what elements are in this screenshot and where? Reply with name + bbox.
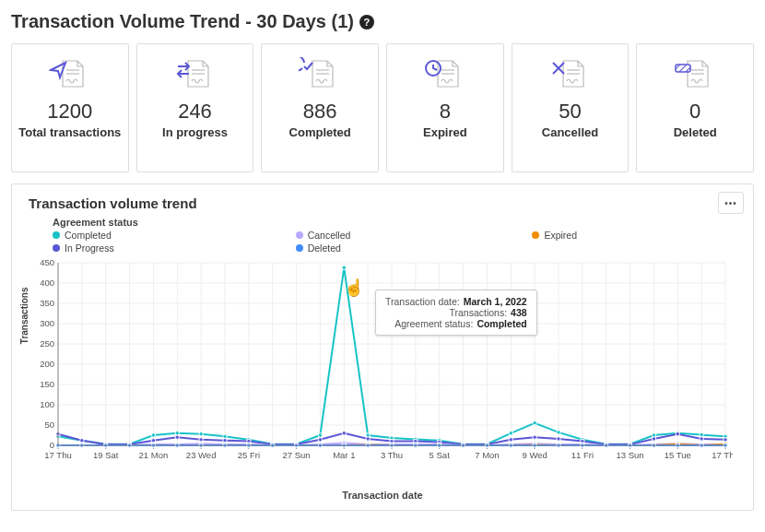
svg-point-135 bbox=[557, 437, 560, 441]
svg-point-91 bbox=[199, 432, 203, 435]
svg-text:27 Sun: 27 Sun bbox=[283, 450, 311, 460]
legend-item-in-progress[interactable]: In Progress bbox=[53, 242, 279, 254]
check-circle-icon bbox=[299, 57, 341, 92]
stat-label: Expired bbox=[423, 125, 467, 140]
stat-label: Total transactions bbox=[18, 125, 121, 140]
svg-point-121 bbox=[223, 439, 227, 443]
help-icon[interactable]: ? bbox=[359, 15, 374, 30]
svg-text:100: 100 bbox=[40, 399, 54, 409]
legend-item-deleted[interactable]: Deleted bbox=[296, 242, 516, 254]
svg-text:23 Wed: 23 Wed bbox=[186, 450, 217, 460]
card-deleted[interactable]: 0 Deleted bbox=[636, 43, 754, 172]
stat-number: 1200 bbox=[47, 100, 92, 124]
page-title: Transaction Volume Trend - 30 Days (1) bbox=[11, 11, 354, 32]
svg-point-142 bbox=[724, 438, 727, 442]
legend-item-completed[interactable]: Completed bbox=[53, 230, 279, 241]
svg-text:300: 300 bbox=[40, 318, 54, 328]
svg-text:9 Wed: 9 Wed bbox=[522, 450, 547, 460]
svg-point-92 bbox=[223, 434, 227, 438]
svg-point-115 bbox=[80, 439, 84, 443]
send-icon bbox=[49, 57, 91, 92]
svg-point-97 bbox=[342, 266, 346, 269]
svg-text:200: 200 bbox=[40, 359, 54, 369]
x-icon bbox=[549, 57, 592, 92]
svg-point-127 bbox=[366, 437, 370, 441]
arrows-icon bbox=[174, 57, 217, 92]
panel-title: Transaction volume trend bbox=[29, 195, 742, 211]
svg-point-118 bbox=[151, 439, 155, 443]
svg-point-119 bbox=[175, 435, 179, 439]
y-axis-title: Transactions bbox=[19, 287, 29, 344]
stat-label: In progress bbox=[162, 125, 228, 140]
x-axis-title: Transaction date bbox=[23, 490, 742, 501]
svg-point-106 bbox=[557, 431, 560, 434]
svg-point-90 bbox=[175, 432, 179, 435]
svg-text:50: 50 bbox=[44, 420, 54, 430]
svg-point-104 bbox=[509, 432, 512, 435]
svg-text:25 Fri: 25 Fri bbox=[238, 450, 260, 460]
svg-point-96 bbox=[318, 433, 322, 437]
card-in-progress[interactable]: 246 In progress bbox=[136, 43, 254, 172]
clock-icon bbox=[424, 57, 466, 92]
svg-text:11 Fri: 11 Fri bbox=[571, 450, 594, 460]
svg-point-120 bbox=[199, 438, 203, 442]
stat-label: Completed bbox=[289, 125, 351, 140]
legend-items: Completed Cancelled Expired In Progress … bbox=[53, 230, 742, 254]
svg-text:17 Thu: 17 Thu bbox=[44, 450, 71, 460]
legend-item-expired[interactable]: Expired bbox=[532, 230, 742, 241]
stat-number: 246 bbox=[178, 100, 212, 124]
stat-number: 886 bbox=[303, 100, 337, 124]
trend-panel: Transaction volume trend Agreement statu… bbox=[11, 183, 754, 511]
svg-point-141 bbox=[700, 437, 703, 441]
svg-point-139 bbox=[652, 437, 655, 441]
svg-point-125 bbox=[318, 438, 322, 442]
svg-text:350: 350 bbox=[40, 298, 54, 308]
svg-text:3 Thu: 3 Thu bbox=[381, 450, 403, 460]
eraser-icon bbox=[674, 57, 716, 92]
svg-text:400: 400 bbox=[40, 278, 54, 288]
card-cancelled[interactable]: 50 Cancelled bbox=[512, 43, 630, 172]
svg-point-134 bbox=[533, 435, 536, 439]
legend-title: Agreement status bbox=[53, 217, 742, 228]
svg-text:15 Tue: 15 Tue bbox=[665, 450, 691, 460]
svg-text:5 Sat: 5 Sat bbox=[430, 450, 451, 460]
card-expired[interactable]: 8 Expired bbox=[386, 43, 504, 172]
svg-text:Mar 1: Mar 1 bbox=[333, 450, 355, 460]
svg-text:21 Mon: 21 Mon bbox=[139, 450, 169, 460]
stat-number: 8 bbox=[440, 100, 451, 124]
svg-point-105 bbox=[533, 421, 536, 425]
card-completed[interactable]: 886 Completed bbox=[261, 43, 379, 172]
svg-text:450: 450 bbox=[40, 257, 54, 267]
svg-text:17 Thu: 17 Thu bbox=[712, 450, 733, 460]
stat-label: Deleted bbox=[674, 125, 717, 140]
legend-item-cancelled[interactable]: Cancelled bbox=[296, 230, 516, 241]
stat-cards-row: 1200 Total transactions 246 In progress … bbox=[11, 43, 754, 172]
svg-text:150: 150 bbox=[40, 379, 54, 389]
stat-number: 50 bbox=[559, 100, 581, 124]
card-total-transactions[interactable]: 1200 Total transactions bbox=[11, 43, 129, 172]
svg-rect-5 bbox=[676, 65, 690, 72]
panel-menu-button[interactable] bbox=[718, 192, 744, 214]
svg-point-126 bbox=[342, 432, 346, 435]
svg-point-133 bbox=[509, 438, 512, 442]
svg-point-89 bbox=[151, 433, 155, 437]
svg-text:0: 0 bbox=[50, 440, 54, 450]
svg-text:19 Sat: 19 Sat bbox=[93, 450, 119, 460]
stat-number: 0 bbox=[689, 100, 700, 124]
stat-label: Cancelled bbox=[542, 125, 598, 140]
svg-point-112 bbox=[700, 432, 703, 436]
svg-point-140 bbox=[676, 432, 679, 435]
svg-text:7 Mon: 7 Mon bbox=[475, 450, 499, 460]
svg-text:13 Sun: 13 Sun bbox=[617, 450, 644, 460]
svg-text:250: 250 bbox=[40, 338, 54, 349]
chart-tooltip: Transaction date:March 1, 2022 Transacti… bbox=[375, 290, 537, 336]
